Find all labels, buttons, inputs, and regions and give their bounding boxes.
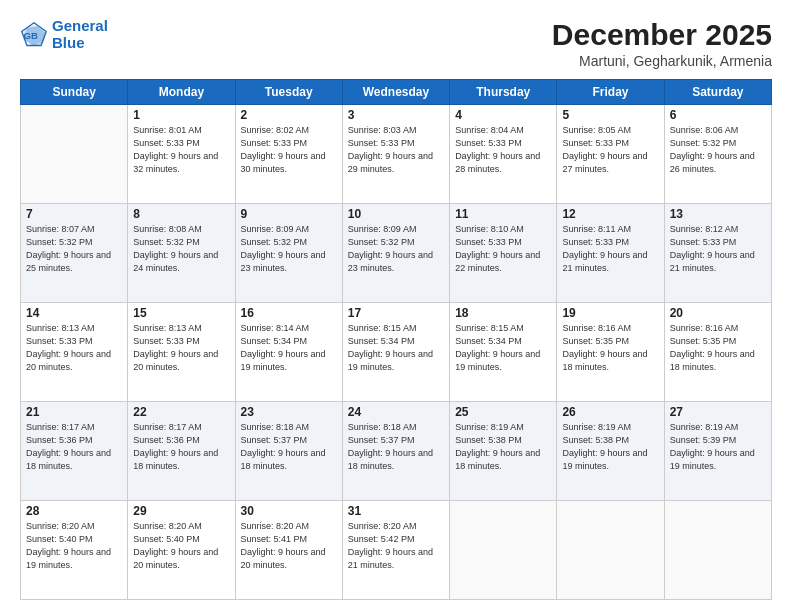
calendar-week-1: 1 Sunrise: 8:01 AM Sunset: 5:33 PM Dayli…	[21, 105, 772, 204]
calendar-cell: 23 Sunrise: 8:18 AM Sunset: 5:37 PM Dayl…	[235, 402, 342, 501]
logo-text: General Blue	[52, 18, 108, 51]
calendar-cell	[557, 501, 664, 600]
day-info: Sunrise: 8:17 AM Sunset: 5:36 PM Dayligh…	[133, 421, 229, 473]
day-number: 2	[241, 108, 337, 122]
day-info: Sunrise: 8:19 AM Sunset: 5:38 PM Dayligh…	[562, 421, 658, 473]
calendar-cell: 1 Sunrise: 8:01 AM Sunset: 5:33 PM Dayli…	[128, 105, 235, 204]
day-number: 24	[348, 405, 444, 419]
day-number: 21	[26, 405, 122, 419]
calendar-week-5: 28 Sunrise: 8:20 AM Sunset: 5:40 PM Dayl…	[21, 501, 772, 600]
day-info: Sunrise: 8:16 AM Sunset: 5:35 PM Dayligh…	[670, 322, 766, 374]
day-info: Sunrise: 8:15 AM Sunset: 5:34 PM Dayligh…	[348, 322, 444, 374]
day-info: Sunrise: 8:17 AM Sunset: 5:36 PM Dayligh…	[26, 421, 122, 473]
calendar-header: SundayMondayTuesdayWednesdayThursdayFrid…	[21, 80, 772, 105]
day-info: Sunrise: 8:02 AM Sunset: 5:33 PM Dayligh…	[241, 124, 337, 176]
day-number: 1	[133, 108, 229, 122]
calendar-cell: 26 Sunrise: 8:19 AM Sunset: 5:38 PM Dayl…	[557, 402, 664, 501]
day-info: Sunrise: 8:20 AM Sunset: 5:42 PM Dayligh…	[348, 520, 444, 572]
day-header-tuesday: Tuesday	[235, 80, 342, 105]
logo: GB General Blue	[20, 18, 108, 51]
calendar-cell: 29 Sunrise: 8:20 AM Sunset: 5:40 PM Dayl…	[128, 501, 235, 600]
day-info: Sunrise: 8:19 AM Sunset: 5:38 PM Dayligh…	[455, 421, 551, 473]
day-number: 25	[455, 405, 551, 419]
day-info: Sunrise: 8:14 AM Sunset: 5:34 PM Dayligh…	[241, 322, 337, 374]
day-header-friday: Friday	[557, 80, 664, 105]
day-info: Sunrise: 8:12 AM Sunset: 5:33 PM Dayligh…	[670, 223, 766, 275]
day-info: Sunrise: 8:19 AM Sunset: 5:39 PM Dayligh…	[670, 421, 766, 473]
day-number: 27	[670, 405, 766, 419]
day-number: 30	[241, 504, 337, 518]
day-number: 22	[133, 405, 229, 419]
day-header-wednesday: Wednesday	[342, 80, 449, 105]
day-info: Sunrise: 8:16 AM Sunset: 5:35 PM Dayligh…	[562, 322, 658, 374]
day-header-sunday: Sunday	[21, 80, 128, 105]
day-number: 31	[348, 504, 444, 518]
calendar-cell: 24 Sunrise: 8:18 AM Sunset: 5:37 PM Dayl…	[342, 402, 449, 501]
logo-line2: Blue	[52, 34, 85, 51]
calendar-cell: 31 Sunrise: 8:20 AM Sunset: 5:42 PM Dayl…	[342, 501, 449, 600]
day-info: Sunrise: 8:11 AM Sunset: 5:33 PM Dayligh…	[562, 223, 658, 275]
subtitle: Martuni, Gegharkunik, Armenia	[552, 53, 772, 69]
day-number: 6	[670, 108, 766, 122]
day-header-saturday: Saturday	[664, 80, 771, 105]
calendar-week-2: 7 Sunrise: 8:07 AM Sunset: 5:32 PM Dayli…	[21, 204, 772, 303]
day-number: 5	[562, 108, 658, 122]
day-number: 28	[26, 504, 122, 518]
calendar-table: SundayMondayTuesdayWednesdayThursdayFrid…	[20, 79, 772, 600]
calendar-cell: 21 Sunrise: 8:17 AM Sunset: 5:36 PM Dayl…	[21, 402, 128, 501]
day-info: Sunrise: 8:09 AM Sunset: 5:32 PM Dayligh…	[348, 223, 444, 275]
day-info: Sunrise: 8:20 AM Sunset: 5:40 PM Dayligh…	[26, 520, 122, 572]
calendar-cell: 4 Sunrise: 8:04 AM Sunset: 5:33 PM Dayli…	[450, 105, 557, 204]
day-header-thursday: Thursday	[450, 80, 557, 105]
day-number: 20	[670, 306, 766, 320]
svg-text:GB: GB	[24, 29, 38, 40]
day-info: Sunrise: 8:03 AM Sunset: 5:33 PM Dayligh…	[348, 124, 444, 176]
calendar-cell: 9 Sunrise: 8:09 AM Sunset: 5:32 PM Dayli…	[235, 204, 342, 303]
calendar-cell: 27 Sunrise: 8:19 AM Sunset: 5:39 PM Dayl…	[664, 402, 771, 501]
day-number: 26	[562, 405, 658, 419]
day-number: 18	[455, 306, 551, 320]
calendar-cell: 13 Sunrise: 8:12 AM Sunset: 5:33 PM Dayl…	[664, 204, 771, 303]
day-number: 3	[348, 108, 444, 122]
calendar-cell: 6 Sunrise: 8:06 AM Sunset: 5:32 PM Dayli…	[664, 105, 771, 204]
header-row: SundayMondayTuesdayWednesdayThursdayFrid…	[21, 80, 772, 105]
day-info: Sunrise: 8:04 AM Sunset: 5:33 PM Dayligh…	[455, 124, 551, 176]
day-number: 7	[26, 207, 122, 221]
day-number: 12	[562, 207, 658, 221]
day-header-monday: Monday	[128, 80, 235, 105]
calendar-cell: 8 Sunrise: 8:08 AM Sunset: 5:32 PM Dayli…	[128, 204, 235, 303]
day-info: Sunrise: 8:09 AM Sunset: 5:32 PM Dayligh…	[241, 223, 337, 275]
calendar-cell	[450, 501, 557, 600]
day-info: Sunrise: 8:18 AM Sunset: 5:37 PM Dayligh…	[241, 421, 337, 473]
day-number: 16	[241, 306, 337, 320]
day-number: 19	[562, 306, 658, 320]
calendar-cell: 19 Sunrise: 8:16 AM Sunset: 5:35 PM Dayl…	[557, 303, 664, 402]
day-info: Sunrise: 8:08 AM Sunset: 5:32 PM Dayligh…	[133, 223, 229, 275]
calendar-week-4: 21 Sunrise: 8:17 AM Sunset: 5:36 PM Dayl…	[21, 402, 772, 501]
day-info: Sunrise: 8:20 AM Sunset: 5:40 PM Dayligh…	[133, 520, 229, 572]
calendar-cell: 30 Sunrise: 8:20 AM Sunset: 5:41 PM Dayl…	[235, 501, 342, 600]
title-block: December 2025 Martuni, Gegharkunik, Arme…	[552, 18, 772, 69]
day-number: 14	[26, 306, 122, 320]
calendar-cell: 10 Sunrise: 8:09 AM Sunset: 5:32 PM Dayl…	[342, 204, 449, 303]
calendar-cell: 16 Sunrise: 8:14 AM Sunset: 5:34 PM Dayl…	[235, 303, 342, 402]
calendar-cell: 7 Sunrise: 8:07 AM Sunset: 5:32 PM Dayli…	[21, 204, 128, 303]
day-number: 4	[455, 108, 551, 122]
calendar-cell: 5 Sunrise: 8:05 AM Sunset: 5:33 PM Dayli…	[557, 105, 664, 204]
day-info: Sunrise: 8:01 AM Sunset: 5:33 PM Dayligh…	[133, 124, 229, 176]
day-number: 15	[133, 306, 229, 320]
calendar-cell: 18 Sunrise: 8:15 AM Sunset: 5:34 PM Dayl…	[450, 303, 557, 402]
logo-line1: General	[52, 17, 108, 34]
calendar-cell	[664, 501, 771, 600]
calendar-week-3: 14 Sunrise: 8:13 AM Sunset: 5:33 PM Dayl…	[21, 303, 772, 402]
day-number: 10	[348, 207, 444, 221]
calendar-cell	[21, 105, 128, 204]
day-number: 11	[455, 207, 551, 221]
calendar-body: 1 Sunrise: 8:01 AM Sunset: 5:33 PM Dayli…	[21, 105, 772, 600]
day-info: Sunrise: 8:13 AM Sunset: 5:33 PM Dayligh…	[26, 322, 122, 374]
header: GB General Blue December 2025 Martuni, G…	[20, 18, 772, 69]
day-info: Sunrise: 8:10 AM Sunset: 5:33 PM Dayligh…	[455, 223, 551, 275]
day-number: 9	[241, 207, 337, 221]
calendar-cell: 11 Sunrise: 8:10 AM Sunset: 5:33 PM Dayl…	[450, 204, 557, 303]
day-number: 8	[133, 207, 229, 221]
